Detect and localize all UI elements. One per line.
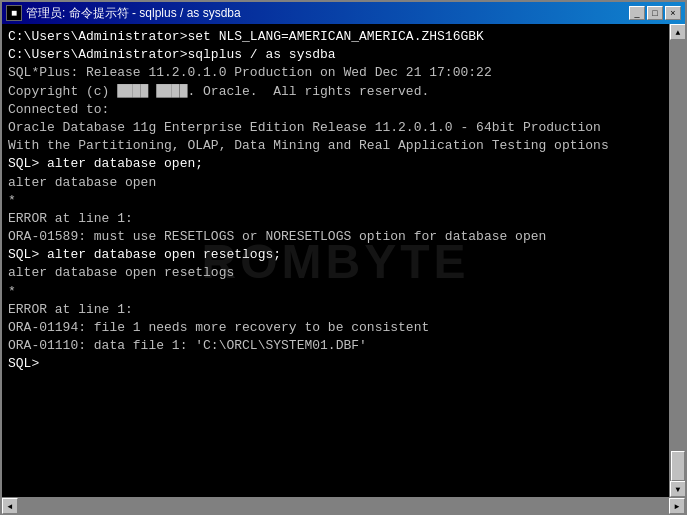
terminal-content[interactable]: C:\Users\Administrator>set NLS_LANG=AMER…: [2, 24, 669, 497]
terminal-area: C:\Users\Administrator>set NLS_LANG=AMER…: [2, 24, 685, 497]
horizontal-scroll-track: [18, 498, 669, 513]
scroll-up-button[interactable]: ▲: [670, 24, 685, 40]
terminal-line: alter database open: [8, 174, 663, 192]
scroll-track: [670, 40, 685, 481]
terminal-line: SQL> alter database open;: [8, 155, 663, 173]
minimize-button[interactable]: _: [629, 6, 645, 20]
terminal-line: alter database open resetlogs: [8, 264, 663, 282]
terminal-line: ERROR at line 1:: [8, 301, 663, 319]
title-bar: ■ 管理员: 命令提示符 - sqlplus / as sysdba _ □ ×: [2, 2, 685, 24]
terminal-line: SQL>: [8, 355, 663, 373]
title-bar-buttons: _ □ ×: [629, 6, 681, 20]
terminal-line: ORA-01589: must use RESETLOGS or NORESET…: [8, 228, 663, 246]
terminal-line: SQL*Plus: Release 11.2.0.1.0 Production …: [8, 64, 663, 82]
maximize-button[interactable]: □: [647, 6, 663, 20]
close-button[interactable]: ×: [665, 6, 681, 20]
terminal-line: SQL> alter database open resetlogs;: [8, 246, 663, 264]
terminal-line: *: [8, 283, 663, 301]
terminal-wrapper: C:\Users\Administrator>set NLS_LANG=AMER…: [2, 24, 669, 497]
terminal-line: ORA-01110: data file 1: 'C:\ORCL\SYSTEM0…: [8, 337, 663, 355]
window-title: 管理员: 命令提示符 - sqlplus / as sysdba: [26, 5, 241, 22]
scroll-left-button[interactable]: ◄: [2, 498, 18, 514]
window-icon: ■: [6, 5, 22, 21]
terminal-line: Copyright (c) ████ ████. Oracle. All rig…: [8, 83, 663, 101]
terminal-line: ERROR at line 1:: [8, 210, 663, 228]
terminal-line: C:\Users\Administrator>set NLS_LANG=AMER…: [8, 28, 663, 46]
scroll-down-button[interactable]: ▼: [670, 481, 685, 497]
terminal-line: Oracle Database 11g Enterprise Edition R…: [8, 119, 663, 137]
vertical-scrollbar[interactable]: ▲ ▼: [669, 24, 685, 497]
terminal-line: ORA-01194: file 1 needs more recovery to…: [8, 319, 663, 337]
title-bar-left: ■ 管理员: 命令提示符 - sqlplus / as sysdba: [6, 5, 241, 22]
terminal-line: With the Partitioning, OLAP, Data Mining…: [8, 137, 663, 155]
terminal-line: *: [8, 192, 663, 210]
scroll-right-button[interactable]: ►: [669, 498, 685, 514]
scroll-thumb[interactable]: [671, 451, 685, 481]
terminal-line: Connected to:: [8, 101, 663, 119]
window: ■ 管理员: 命令提示符 - sqlplus / as sysdba _ □ ×…: [0, 0, 687, 515]
horizontal-scrollbar[interactable]: ◄ ►: [2, 497, 685, 513]
terminal-line: C:\Users\Administrator>sqlplus / as sysd…: [8, 46, 663, 64]
